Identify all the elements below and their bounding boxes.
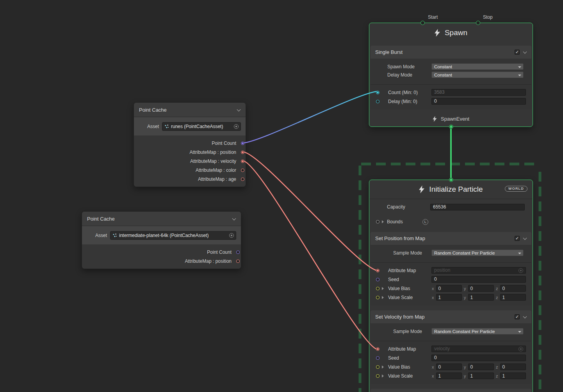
attribute-map-field[interactable]: position [431,267,526,274]
value-scale-z-field[interactable]: 1 [500,294,526,301]
value-bias-z-field[interactable]: 0 [500,285,526,292]
expander-arrow-icon[interactable] [382,287,384,290]
object-picker-icon[interactable] [518,347,523,351]
seed-field[interactable]: 0 [431,355,526,361]
asset-name: runes (PointCacheAsset) [171,124,223,129]
spawn-mode-dropdown[interactable]: Constant [431,63,524,70]
count-port[interactable] [376,91,379,94]
object-picker-icon[interactable] [229,233,234,238]
expander-arrow-icon[interactable] [382,365,384,369]
edge-position-to-attributemap[interactable] [243,152,378,271]
sample-mode-dropdown[interactable]: Random Constant Per Particle [431,328,524,335]
attribute-map-field[interactable]: velocity [431,346,526,352]
value-bias-x-field[interactable]: 0 [436,285,462,292]
port-label: Attribute Map [388,268,416,273]
flow-port-stop[interactable] [476,21,480,25]
asset-row: Asset intermediate-planet-64k (PointCach… [82,226,241,244]
value-bias-y-field[interactable]: 0 [468,363,494,370]
sample-mode-dropdown[interactable]: Random Constant Per Particle [431,249,524,256]
asset-object-field[interactable]: intermediate-planet-64k (PointCacheAsset… [110,231,236,240]
node-header[interactable]: Point Cache [82,212,241,226]
attribute-map-port[interactable] [376,347,379,351]
space-world-badge[interactable]: WORLD [505,186,527,192]
chevron-down-icon[interactable] [523,50,527,54]
field-value: 0 [434,98,437,104]
block-title: Set Velocity from Map [375,314,511,320]
block-header[interactable]: Position (Sphere) [371,389,531,392]
value-bias-port[interactable] [376,365,379,369]
value-bias-port[interactable] [376,287,379,290]
node-title: Point Cache [139,107,167,113]
initialize-particle-context[interactable]: Initialize Particle WORLD Capacity 65536… [369,180,533,392]
value-scale-port[interactable] [376,374,379,378]
value-scale-x-field[interactable]: 1 [436,372,462,379]
chevron-down-icon[interactable] [232,217,236,221]
value-scale-port[interactable] [376,296,379,299]
field-value: 0 [434,276,437,282]
value-scale-z-field[interactable]: 1 [500,372,526,379]
setting-label: Delay Mode [387,72,412,78]
block-header[interactable]: Set Velocity from Map [371,310,531,323]
point-count-port[interactable] [241,141,244,145]
lightning-icon [419,185,424,193]
expander-arrow-icon[interactable] [382,296,384,299]
block-enabled-checkbox[interactable] [515,50,520,55]
delay-port[interactable] [376,100,379,103]
block-single-burst[interactable]: Single Burst Spawn Mode Constant Delay M… [371,46,531,110]
edge-pointcount-to-count[interactable] [243,91,378,143]
block-set-position-from-map[interactable]: Set Position from Map Sample Mode Random… [371,232,531,306]
node-header[interactable]: Point Cache [134,103,246,117]
attributemap-position-port[interactable] [241,150,244,154]
space-local-badge[interactable]: L [422,219,428,225]
bounds-port[interactable] [376,220,379,224]
output-label: Point Count [207,249,232,255]
expander-arrow-icon[interactable] [382,374,384,378]
block-enabled-checkbox[interactable] [515,314,520,319]
value-scale-y-field[interactable]: 1 [468,294,494,301]
value-scale-x-field[interactable]: 1 [436,294,462,301]
value-scale-y-field[interactable]: 1 [468,372,494,379]
value-bias-y-field[interactable]: 0 [468,285,494,292]
object-picker-icon[interactable] [234,124,239,129]
capacity-field[interactable]: 65536 [430,204,525,210]
axis-y-label: y [464,374,466,378]
delay-field[interactable]: 0 [431,98,526,105]
spawn-context[interactable]: Start Stop Spawn Single Burst Spawn Mode… [369,23,533,127]
field-value: velocity [434,346,450,352]
block-position-sphere[interactable]: Position (Sphere) [371,389,531,392]
delay-mode-dropdown[interactable]: Constant [431,71,524,78]
value-bias-x-field[interactable]: 0 [436,363,462,370]
flow-port-start[interactable] [420,21,425,25]
chevron-down-icon[interactable] [523,315,527,319]
block-header[interactable]: Set Position from Map [371,232,531,245]
chevron-down-icon[interactable] [237,108,241,112]
block-enabled-checkbox[interactable] [515,236,520,241]
seed-port[interactable] [376,278,379,281]
flow-port-spawn-out[interactable] [449,125,453,129]
asset-object-field[interactable]: runes (PointCacheAsset) [162,122,241,131]
field-value: 1 [438,373,441,379]
count-field[interactable]: 3583 [431,89,526,96]
point-count-port[interactable] [236,250,240,254]
attribute-map-port[interactable] [376,269,379,272]
block-header[interactable]: Single Burst [371,46,531,59]
edge-velocity-to-attributemap[interactable] [243,161,378,349]
block-set-velocity-from-map[interactable]: Set Velocity from Map Sample Mode Random… [371,310,531,384]
attributemap-color-port[interactable] [241,168,244,172]
value-bias-z-field[interactable]: 0 [500,363,526,370]
pointcache-asset-icon [164,124,169,129]
field-value: 0 [502,286,505,291]
flow-port-init-in[interactable] [449,178,453,182]
expander-arrow-icon[interactable] [382,220,384,223]
dropdown-arrow-icon [518,331,521,333]
attributemap-position-port[interactable] [236,259,240,263]
attributemap-age-port[interactable] [241,177,244,181]
point-cache-planet-node[interactable]: Point Cache Asset intermediate-planet-64… [82,211,241,269]
chevron-down-icon[interactable] [523,237,527,240]
attributemap-velocity-port[interactable] [241,159,244,163]
seed-field[interactable]: 0 [431,276,526,283]
object-picker-icon[interactable] [518,268,523,273]
port-label: Value Scale [388,373,413,379]
seed-port[interactable] [376,356,379,360]
point-cache-runes-node[interactable]: Point Cache Asset runes (PointCacheAsset… [134,102,246,187]
